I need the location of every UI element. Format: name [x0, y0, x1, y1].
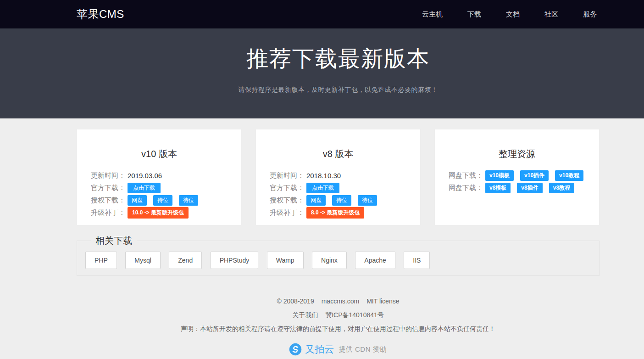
upgrade-patch-button[interactable]: 8.0 -> 最新版升级包: [306, 207, 364, 219]
update-time-value: 2018.10.30: [306, 172, 341, 180]
row-label: 授权下载：: [270, 196, 306, 205]
cdn-sponsor: 又拍云 提供 CDN 赞助: [77, 343, 600, 356]
nav-item-download[interactable]: 下载: [455, 0, 494, 28]
main-nav: 云主机 下载 文档 社区 服务: [410, 0, 600, 28]
card-resources-title: 整理资源: [449, 148, 585, 160]
copyright-text: © 2008-2019: [277, 297, 314, 305]
related-downloads-title: 相关下载: [91, 235, 137, 247]
license-text: MIT license: [366, 297, 399, 305]
card-title-text: v8 版本: [323, 148, 354, 160]
hero-banner: 推荐下载最新版本 请保持程序是最新版本，及时更新补丁包，以免造成不必要的麻烦！: [0, 28, 644, 118]
upgrade-patch-row: 升级补丁： 8.0 -> 最新版升级包: [270, 207, 406, 219]
mirror-download-row: 授权下载： 网盘 待位 待位: [270, 194, 406, 207]
phpstudy-download-button[interactable]: PHPStudy: [211, 252, 259, 269]
nav-item-community[interactable]: 社区: [532, 0, 571, 28]
placeholder-button[interactable]: 待位: [358, 195, 377, 206]
row-label: 网盘下载：: [449, 184, 485, 192]
row-label: 官方下载：: [91, 184, 128, 192]
disclaimer-text: 声明：本站所开发的相关程序请在遵守法律的前提下使用，对用户在使用过程中的信息内容…: [77, 322, 600, 336]
official-download-button[interactable]: 点击下载: [306, 183, 339, 193]
nav-item-service[interactable]: 服务: [571, 0, 600, 28]
v10-template-button[interactable]: v10模板: [485, 170, 514, 181]
card-title-text: 整理资源: [499, 148, 535, 160]
apache-download-button[interactable]: Apache: [355, 252, 395, 269]
nav-item-docs[interactable]: 文档: [494, 0, 532, 28]
v8-template-button[interactable]: v8模板: [485, 183, 511, 193]
sponsor-caption: 提供 CDN 赞助: [339, 345, 387, 354]
version-cards: v10 版本 更新时间： 2019.03.06 官方下载： 点击下载 授权下载：…: [77, 129, 600, 225]
row-label: 授权下载：: [91, 196, 128, 205]
row-label: 升级补丁：: [270, 208, 306, 217]
update-time-row: 更新时间： 2019.03.06: [91, 169, 228, 182]
upyun-sponsor-link[interactable]: 又拍云: [305, 343, 334, 356]
official-download-row: 官方下载： 点击下载: [270, 182, 406, 194]
nginx-download-button[interactable]: Nginx: [312, 252, 347, 269]
hero-title: 推荐下载最新版本: [77, 28, 600, 73]
card-v8-title: v8 版本: [270, 148, 406, 160]
php-download-button[interactable]: PHP: [85, 252, 117, 269]
card-resources: 整理资源 网盘下载： v10模板 v10插件 v10教程 网盘下载： v8模板 …: [434, 129, 600, 225]
netdisk-v10-row: 网盘下载： v10模板 v10插件 v10教程: [449, 169, 585, 182]
icp-license-link[interactable]: 冀ICP备14010841号: [325, 311, 384, 319]
upgrade-patch-row: 升级补丁： 10.0 -> 最新版升级包: [91, 207, 228, 219]
nav-item-cloud-host[interactable]: 云主机: [410, 0, 455, 28]
page-footer: © 2008-2019maccms.comMIT license 关于我们冀IC…: [77, 276, 600, 356]
v8-tutorial-button[interactable]: v8教程: [549, 183, 574, 193]
card-v10-title: v10 版本: [91, 148, 228, 160]
main-content: v10 版本 更新时间： 2019.03.06 官方下载： 点击下载 授权下载：…: [0, 129, 644, 356]
official-download-row: 官方下载： 点击下载: [91, 182, 228, 194]
mysql-download-button[interactable]: Mysql: [125, 252, 161, 269]
v10-tutorial-button[interactable]: v10教程: [555, 170, 583, 181]
zend-download-button[interactable]: Zend: [169, 252, 202, 269]
hero-subtitle: 请保持程序是最新版本，及时更新补丁包，以免造成不必要的麻烦！: [77, 86, 600, 94]
about-line: 关于我们冀ICP备14010841号: [77, 308, 600, 322]
iis-download-button[interactable]: IIS: [404, 252, 430, 269]
top-navbar: 苹果CMS 云主机 下载 文档 社区 服务: [0, 0, 644, 28]
site-link[interactable]: maccms.com: [322, 297, 359, 305]
mirror-download-row: 授权下载： 网盘 待位 待位: [91, 194, 228, 207]
about-us-link[interactable]: 关于我们: [292, 311, 318, 319]
netdisk-button[interactable]: 网盘: [128, 195, 147, 206]
wamp-download-button[interactable]: Wamp: [267, 252, 304, 269]
upyun-logo-icon[interactable]: [289, 343, 302, 356]
placeholder-button[interactable]: 待位: [332, 195, 351, 206]
update-time-row: 更新时间： 2018.10.30: [270, 169, 406, 182]
netdisk-v8-row: 网盘下载： v8模板 v8插件 v8教程: [449, 182, 585, 194]
placeholder-button[interactable]: 待位: [153, 195, 172, 206]
update-time-value: 2019.03.06: [128, 172, 162, 180]
card-title-text: v10 版本: [141, 148, 177, 160]
row-label: 网盘下载：: [449, 171, 485, 180]
related-downloads-section: 相关下载 PHP Mysql Zend PHPStudy Wamp Nginx …: [77, 235, 600, 276]
card-v10: v10 版本 更新时间： 2019.03.06 官方下载： 点击下载 授权下载：…: [77, 129, 242, 225]
copyright-line: © 2008-2019maccms.comMIT license: [77, 294, 600, 308]
card-v8: v8 版本 更新时间： 2018.10.30 官方下载： 点击下载 授权下载： …: [255, 129, 421, 225]
netdisk-button[interactable]: 网盘: [306, 195, 326, 206]
row-label: 更新时间：: [91, 171, 128, 180]
official-download-button[interactable]: 点击下载: [128, 183, 161, 193]
v10-plugin-button[interactable]: v10插件: [520, 170, 549, 181]
row-label: 官方下载：: [270, 184, 306, 192]
placeholder-button[interactable]: 待位: [179, 195, 198, 206]
row-label: 更新时间：: [270, 171, 306, 180]
site-logo[interactable]: 苹果CMS: [77, 7, 124, 22]
row-label: 升级补丁：: [91, 208, 128, 217]
upgrade-patch-button[interactable]: 10.0 -> 最新版升级包: [128, 207, 189, 219]
v8-plugin-button[interactable]: v8插件: [517, 183, 542, 193]
